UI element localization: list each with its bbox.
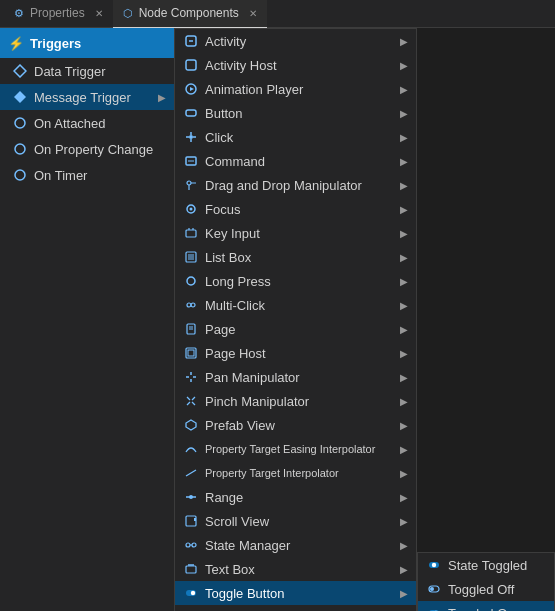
on-property-change-icon <box>12 141 28 157</box>
right-item-button[interactable]: Button ▶ <box>175 101 416 125</box>
right-item-pan-manipulator[interactable]: Pan Manipulator ▶ <box>175 365 416 389</box>
right-item-toggle-button[interactable]: Toggle Button ▶ <box>175 581 416 605</box>
right-item-multi-click[interactable]: Multi-Click ▶ <box>175 293 416 317</box>
toggle-button-label: Toggle Button <box>205 586 285 601</box>
activity-host-label: Activity Host <box>205 58 277 73</box>
range-label: Range <box>205 490 243 505</box>
svg-rect-41 <box>186 566 196 573</box>
svg-marker-9 <box>190 87 194 91</box>
data-trigger-icon <box>12 63 28 79</box>
property-target-interpolator-arrow: ▶ <box>400 468 408 479</box>
right-item-click[interactable]: Click ▶ <box>175 125 416 149</box>
tab-properties-close[interactable]: ✕ <box>95 8 103 19</box>
menu-item-on-attached[interactable]: On Attached <box>0 110 174 136</box>
activity-arrow: ▶ <box>400 36 408 47</box>
page-arrow: ▶ <box>400 324 408 335</box>
range-arrow: ▶ <box>400 492 408 503</box>
svg-point-44 <box>191 591 195 595</box>
right-item-long-press[interactable]: Long Press ▶ <box>175 269 416 293</box>
menu-item-message-trigger[interactable]: Message Trigger ▶ <box>0 84 174 110</box>
sub-panel: State Toggled Toggled Off Toggled On <box>417 552 555 611</box>
svg-marker-0 <box>14 65 26 77</box>
tab-node-components-close[interactable]: ✕ <box>249 8 257 19</box>
triggers-label: Triggers <box>30 36 81 51</box>
sub-item-toggled-on[interactable]: Toggled On <box>418 601 554 611</box>
svg-rect-17 <box>186 230 196 237</box>
right-item-activity[interactable]: Activity ▶ <box>175 29 416 53</box>
data-trigger-label: Data Trigger <box>34 64 106 79</box>
svg-rect-31 <box>188 350 194 356</box>
scroll-view-arrow: ▶ <box>400 516 408 527</box>
click-label: Click <box>205 130 233 145</box>
right-item-prefab-view[interactable]: Prefab View ▶ <box>175 413 416 437</box>
pinch-manipulator-arrow: ▶ <box>400 396 408 407</box>
right-item-animation-player[interactable]: Animation Player ▶ <box>175 77 416 101</box>
list-box-arrow: ▶ <box>400 252 408 263</box>
property-target-interpolator-label: Property Target Interpolator <box>205 467 339 479</box>
prefab-view-label: Prefab View <box>205 418 275 433</box>
pinch-manipulator-label: Pinch Manipulator <box>205 394 309 409</box>
on-attached-icon <box>12 115 28 131</box>
animation-player-label: Animation Player <box>205 82 303 97</box>
right-item-command[interactable]: Command ▶ <box>175 149 416 173</box>
state-toggled-label: State Toggled <box>448 558 527 573</box>
right-item-toggle-button-group[interactable]: Toggle Button Group ▶ <box>175 605 416 611</box>
svg-point-26 <box>191 303 195 307</box>
page-label: Page <box>205 322 235 337</box>
toggled-on-label: Toggled On <box>448 606 515 612</box>
right-item-property-target-easing[interactable]: Property Target Easing Interpolator ▶ <box>175 437 416 461</box>
state-toggled-icon <box>426 557 442 573</box>
right-item-page-host[interactable]: Page Host ▶ <box>175 341 416 365</box>
tab-properties[interactable]: ⚙ Properties ✕ <box>4 0 113 28</box>
svg-point-38 <box>186 543 190 547</box>
right-item-drag-and-drop[interactable]: Drag and Drop Manipulator ▶ <box>175 173 416 197</box>
right-item-focus[interactable]: Focus ▶ <box>175 197 416 221</box>
list-box-icon <box>183 249 199 265</box>
right-item-state-manager[interactable]: State Manager ▶ <box>175 533 416 557</box>
page-icon <box>183 321 199 337</box>
node-components-icon: ⬡ <box>123 7 133 20</box>
right-item-text-box[interactable]: Text Box ▶ <box>175 557 416 581</box>
svg-rect-10 <box>186 110 196 116</box>
scroll-view-label: Scroll View <box>205 514 269 529</box>
menu-item-data-trigger[interactable]: Data Trigger <box>0 58 174 84</box>
pan-manipulator-arrow: ▶ <box>400 372 408 383</box>
svg-point-25 <box>187 303 191 307</box>
command-label: Command <box>205 154 265 169</box>
right-item-page[interactable]: Page ▶ <box>175 317 416 341</box>
key-input-label: Key Input <box>205 226 260 241</box>
click-icon <box>183 129 199 145</box>
right-item-key-input[interactable]: Key Input ▶ <box>175 221 416 245</box>
activity-label: Activity <box>205 34 246 49</box>
toggled-off-label: Toggled Off <box>448 582 514 597</box>
drag-and-drop-icon <box>183 177 199 193</box>
button-arrow: ▶ <box>400 108 408 119</box>
right-item-property-target-interpolator[interactable]: Property Target Interpolator ▶ <box>175 461 416 485</box>
svg-point-48 <box>432 563 436 567</box>
main-layout: ⚡ Triggers Data Trigger Message Trigger … <box>0 28 555 611</box>
right-item-activity-host[interactable]: Activity Host ▶ <box>175 53 416 77</box>
property-target-easing-arrow: ▶ <box>400 444 408 455</box>
tab-node-components-label: Node Components <box>139 6 239 20</box>
right-item-range[interactable]: Range ▶ <box>175 485 416 509</box>
right-item-pinch-manipulator[interactable]: Pinch Manipulator ▶ <box>175 389 416 413</box>
svg-point-39 <box>192 543 196 547</box>
right-item-list-box[interactable]: List Box ▶ <box>175 245 416 269</box>
click-arrow: ▶ <box>400 132 408 143</box>
triggers-icon: ⚡ <box>8 36 24 51</box>
property-target-interpolator-icon <box>183 465 199 481</box>
activity-icon <box>183 33 199 49</box>
svg-point-2 <box>15 118 25 128</box>
multi-click-icon <box>183 297 199 313</box>
properties-icon: ⚙ <box>14 7 24 20</box>
svg-point-24 <box>187 277 195 285</box>
page-host-label: Page Host <box>205 346 266 361</box>
tab-node-components[interactable]: ⬡ Node Components ✕ <box>113 0 267 28</box>
activity-host-arrow: ▶ <box>400 60 408 71</box>
menu-item-on-timer[interactable]: On Timer <box>0 162 174 188</box>
right-item-scroll-view[interactable]: Scroll View ▶ <box>175 509 416 533</box>
sub-item-state-toggled[interactable]: State Toggled <box>418 553 554 577</box>
menu-item-on-property-change[interactable]: On Property Change <box>0 136 174 162</box>
sub-item-toggled-off[interactable]: Toggled Off <box>418 577 554 601</box>
triggers-header: ⚡ Triggers <box>0 28 174 58</box>
